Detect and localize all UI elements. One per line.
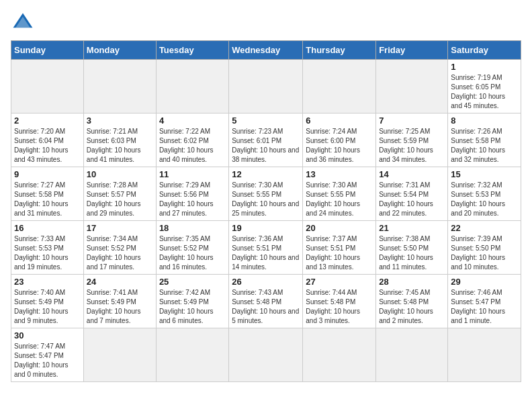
day-info: Sunrise: 7:26 AM Sunset: 5:58 PM Dayligh… bbox=[451, 127, 518, 165]
day-info: Sunrise: 7:42 AM Sunset: 5:49 PM Dayligh… bbox=[159, 288, 226, 326]
calendar-cell bbox=[448, 328, 521, 382]
calendar-cell: 29Sunrise: 7:46 AM Sunset: 5:47 PM Dayli… bbox=[448, 275, 521, 328]
day-info: Sunrise: 7:30 AM Sunset: 5:55 PM Dayligh… bbox=[232, 181, 300, 218]
day-info: Sunrise: 7:28 AM Sunset: 5:57 PM Dayligh… bbox=[87, 181, 153, 218]
calendar-cell: 10Sunrise: 7:28 AM Sunset: 5:57 PM Dayli… bbox=[83, 167, 156, 221]
calendar-cell: 4Sunrise: 7:22 AM Sunset: 6:02 PM Daylig… bbox=[156, 113, 228, 167]
calendar-cell: 16Sunrise: 7:33 AM Sunset: 5:53 PM Dayli… bbox=[11, 221, 84, 275]
day-number: 1 bbox=[451, 62, 518, 72]
day-number: 17 bbox=[87, 223, 153, 233]
calendar-week-1: 1Sunrise: 7:19 AM Sunset: 6:05 PM Daylig… bbox=[11, 60, 521, 113]
calendar-cell: 21Sunrise: 7:38 AM Sunset: 5:50 PM Dayli… bbox=[376, 221, 448, 275]
day-info: Sunrise: 7:38 AM Sunset: 5:50 PM Dayligh… bbox=[379, 234, 445, 272]
weekday-header-saturday: Saturday bbox=[448, 41, 521, 60]
day-number: 18 bbox=[159, 223, 226, 233]
day-number: 9 bbox=[14, 169, 81, 179]
calendar-cell bbox=[376, 328, 448, 382]
day-number: 23 bbox=[14, 277, 81, 287]
day-info: Sunrise: 7:23 AM Sunset: 6:01 PM Dayligh… bbox=[232, 127, 300, 165]
weekday-header-monday: Monday bbox=[83, 41, 156, 60]
day-info: Sunrise: 7:25 AM Sunset: 5:59 PM Dayligh… bbox=[379, 127, 445, 165]
calendar-cell: 24Sunrise: 7:41 AM Sunset: 5:49 PM Dayli… bbox=[83, 275, 156, 328]
calendar-week-6: 30Sunrise: 7:47 AM Sunset: 5:47 PM Dayli… bbox=[11, 328, 521, 382]
calendar-cell bbox=[156, 328, 228, 382]
page-header bbox=[11, 11, 521, 35]
day-number: 29 bbox=[451, 277, 518, 287]
day-info: Sunrise: 7:41 AM Sunset: 5:49 PM Dayligh… bbox=[87, 288, 153, 326]
day-number: 27 bbox=[306, 277, 373, 287]
day-number: 19 bbox=[232, 223, 300, 233]
day-number: 6 bbox=[306, 116, 373, 126]
day-info: Sunrise: 7:22 AM Sunset: 6:02 PM Dayligh… bbox=[159, 127, 226, 165]
calendar-cell: 28Sunrise: 7:45 AM Sunset: 5:48 PM Dayli… bbox=[376, 275, 448, 328]
calendar-cell bbox=[83, 328, 156, 382]
logo bbox=[11, 11, 38, 35]
day-info: Sunrise: 7:24 AM Sunset: 6:00 PM Dayligh… bbox=[306, 127, 373, 165]
calendar-cell: 22Sunrise: 7:39 AM Sunset: 5:50 PM Dayli… bbox=[448, 221, 521, 275]
calendar-table: SundayMondayTuesdayWednesdayThursdayFrid… bbox=[11, 40, 521, 382]
calendar-cell: 30Sunrise: 7:47 AM Sunset: 5:47 PM Dayli… bbox=[11, 328, 84, 382]
day-info: Sunrise: 7:30 AM Sunset: 5:55 PM Dayligh… bbox=[306, 181, 373, 218]
day-number: 22 bbox=[451, 223, 518, 233]
day-number: 7 bbox=[379, 116, 445, 126]
calendar-cell: 15Sunrise: 7:32 AM Sunset: 5:53 PM Dayli… bbox=[448, 167, 521, 221]
day-info: Sunrise: 7:46 AM Sunset: 5:47 PM Dayligh… bbox=[451, 288, 518, 326]
day-number: 26 bbox=[232, 277, 300, 287]
day-number: 24 bbox=[87, 277, 153, 287]
day-info: Sunrise: 7:40 AM Sunset: 5:49 PM Dayligh… bbox=[14, 288, 81, 326]
day-info: Sunrise: 7:45 AM Sunset: 5:48 PM Dayligh… bbox=[379, 288, 445, 326]
day-info: Sunrise: 7:43 AM Sunset: 5:48 PM Dayligh… bbox=[232, 288, 300, 326]
calendar-cell: 23Sunrise: 7:40 AM Sunset: 5:49 PM Dayli… bbox=[11, 275, 84, 328]
calendar-cell bbox=[303, 328, 376, 382]
day-number: 20 bbox=[306, 223, 373, 233]
calendar-cell: 9Sunrise: 7:27 AM Sunset: 5:58 PM Daylig… bbox=[11, 167, 84, 221]
day-info: Sunrise: 7:32 AM Sunset: 5:53 PM Dayligh… bbox=[451, 181, 518, 218]
calendar-cell: 7Sunrise: 7:25 AM Sunset: 5:59 PM Daylig… bbox=[376, 113, 448, 167]
day-info: Sunrise: 7:37 AM Sunset: 5:51 PM Dayligh… bbox=[306, 234, 373, 272]
weekday-header-sunday: Sunday bbox=[11, 41, 84, 60]
day-info: Sunrise: 7:39 AM Sunset: 5:50 PM Dayligh… bbox=[451, 234, 518, 272]
calendar-cell bbox=[229, 60, 303, 113]
weekday-header-friday: Friday bbox=[376, 41, 448, 60]
day-number: 2 bbox=[14, 116, 81, 126]
day-number: 4 bbox=[159, 116, 226, 126]
day-number: 8 bbox=[451, 116, 518, 126]
day-number: 10 bbox=[87, 169, 153, 179]
day-number: 13 bbox=[306, 169, 373, 179]
calendar-cell bbox=[156, 60, 228, 113]
calendar-cell: 19Sunrise: 7:36 AM Sunset: 5:51 PM Dayli… bbox=[229, 221, 303, 275]
day-info: Sunrise: 7:20 AM Sunset: 6:04 PM Dayligh… bbox=[14, 127, 81, 165]
calendar-week-2: 2Sunrise: 7:20 AM Sunset: 6:04 PM Daylig… bbox=[11, 113, 521, 167]
calendar-cell: 12Sunrise: 7:30 AM Sunset: 5:55 PM Dayli… bbox=[229, 167, 303, 221]
weekday-header-wednesday: Wednesday bbox=[229, 41, 303, 60]
calendar-cell: 26Sunrise: 7:43 AM Sunset: 5:48 PM Dayli… bbox=[229, 275, 303, 328]
weekday-header-tuesday: Tuesday bbox=[156, 41, 228, 60]
day-number: 16 bbox=[14, 223, 81, 233]
calendar-cell: 8Sunrise: 7:26 AM Sunset: 5:58 PM Daylig… bbox=[448, 113, 521, 167]
day-number: 3 bbox=[87, 116, 153, 126]
calendar-cell bbox=[376, 60, 448, 113]
logo-icon bbox=[11, 11, 35, 35]
calendar-week-5: 23Sunrise: 7:40 AM Sunset: 5:49 PM Dayli… bbox=[11, 275, 521, 328]
calendar-cell: 27Sunrise: 7:44 AM Sunset: 5:48 PM Dayli… bbox=[303, 275, 376, 328]
day-info: Sunrise: 7:27 AM Sunset: 5:58 PM Dayligh… bbox=[14, 181, 81, 218]
day-number: 14 bbox=[379, 169, 445, 179]
calendar-cell: 11Sunrise: 7:29 AM Sunset: 5:56 PM Dayli… bbox=[156, 167, 228, 221]
calendar-cell: 14Sunrise: 7:31 AM Sunset: 5:54 PM Dayli… bbox=[376, 167, 448, 221]
day-info: Sunrise: 7:36 AM Sunset: 5:51 PM Dayligh… bbox=[232, 234, 300, 272]
weekday-header-thursday: Thursday bbox=[303, 41, 376, 60]
calendar-cell: 17Sunrise: 7:34 AM Sunset: 5:52 PM Dayli… bbox=[83, 221, 156, 275]
calendar-cell: 2Sunrise: 7:20 AM Sunset: 6:04 PM Daylig… bbox=[11, 113, 84, 167]
calendar-cell: 1Sunrise: 7:19 AM Sunset: 6:05 PM Daylig… bbox=[448, 60, 521, 113]
calendar-cell: 18Sunrise: 7:35 AM Sunset: 5:52 PM Dayli… bbox=[156, 221, 228, 275]
day-number: 21 bbox=[379, 223, 445, 233]
day-number: 15 bbox=[451, 169, 518, 179]
day-info: Sunrise: 7:29 AM Sunset: 5:56 PM Dayligh… bbox=[159, 181, 226, 218]
calendar-cell: 5Sunrise: 7:23 AM Sunset: 6:01 PM Daylig… bbox=[229, 113, 303, 167]
calendar-week-3: 9Sunrise: 7:27 AM Sunset: 5:58 PM Daylig… bbox=[11, 167, 521, 221]
day-number: 5 bbox=[232, 116, 300, 126]
calendar-cell: 25Sunrise: 7:42 AM Sunset: 5:49 PM Dayli… bbox=[156, 275, 228, 328]
day-info: Sunrise: 7:19 AM Sunset: 6:05 PM Dayligh… bbox=[451, 73, 518, 111]
calendar-week-4: 16Sunrise: 7:33 AM Sunset: 5:53 PM Dayli… bbox=[11, 221, 521, 275]
day-info: Sunrise: 7:35 AM Sunset: 5:52 PM Dayligh… bbox=[159, 234, 226, 272]
